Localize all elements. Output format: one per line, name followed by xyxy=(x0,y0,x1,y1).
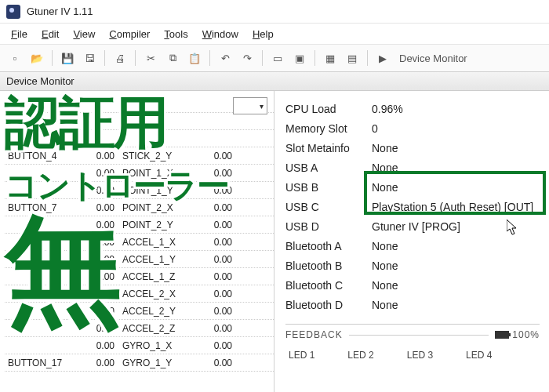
menu-help[interactable]: Help xyxy=(246,26,280,42)
input-grid-row: BUTTON_170.00GYRO_1_Y0.00 xyxy=(5,354,274,372)
titlebar: Gtuner IV 1.11 xyxy=(0,0,549,24)
row-cpu-load: CPU Load0.96% xyxy=(285,99,540,118)
panel-title: Device Monitor xyxy=(0,72,549,91)
separator xyxy=(314,50,315,66)
input-grid-row: 0.00GYRO_1_X0.00 xyxy=(5,337,274,354)
row-bt-a: Bluetooth ANone xyxy=(285,236,540,256)
compile-icon[interactable]: ▭ xyxy=(267,48,288,68)
divider xyxy=(349,335,489,336)
input-grid-row: 0.00POINT_1_X0.00 xyxy=(5,165,274,182)
app-logo-icon xyxy=(6,5,20,19)
battery-indicator: 100% xyxy=(495,329,540,340)
menu-window[interactable]: Window xyxy=(196,26,245,42)
input-grid-row: BUTTON_40.00STICK_2_Y0.00 xyxy=(5,147,274,165)
battery-icon xyxy=(495,331,509,339)
install-icon[interactable]: ▣ xyxy=(289,48,310,68)
run-icon[interactable]: ▶ xyxy=(373,48,393,68)
menubar: File Edit View Compiler Tools Window Hel… xyxy=(0,24,549,44)
memory-icon[interactable]: ▤ xyxy=(342,48,362,68)
device-status: CPU Load0.96% Memory Slot0 Slot Metainfo… xyxy=(274,91,549,392)
redo-icon[interactable]: ↷ xyxy=(237,48,257,68)
row-usb-d: USB DGtuner IV [PROG] xyxy=(285,216,540,236)
input-grid-row: 0.00ACCEL_1_X0.00 xyxy=(5,234,274,251)
open-file-icon[interactable]: 📂 xyxy=(27,48,47,68)
row-memory-slot: Memory Slot0 xyxy=(285,118,540,138)
input-grid-row: 0.00POINT_1_Y0.00 xyxy=(5,182,274,199)
cut-icon[interactable]: ✂ xyxy=(140,48,161,68)
input-grid: BUTTON_40.00STICK_2_Y0.000.00POINT_1_X0.… xyxy=(0,91,274,392)
toolbar: ▫ 📂 💾 🖫 🖨 ✂ ⧉ 📋 ↶ ↷ ▭ ▣ ▦ ▤ ▶ Device Mon… xyxy=(0,44,549,72)
input-grid-row: 0.00ACCEL_2_Y0.00 xyxy=(5,303,274,320)
slot-dropdown[interactable] xyxy=(233,97,267,114)
led-3: LED 3 xyxy=(407,350,433,361)
row-usb-a: USB ANone xyxy=(285,158,540,177)
paste-icon[interactable]: 📋 xyxy=(184,48,205,68)
separator xyxy=(367,50,368,66)
save-all-icon[interactable]: 🖫 xyxy=(79,48,100,68)
separator xyxy=(52,50,53,66)
input-grid-row: BUTTON_70.00POINT_2_X0.00 xyxy=(5,199,274,216)
input-grid-row: 0.00ACCEL_1_Y0.00 xyxy=(5,251,274,268)
menu-view[interactable]: View xyxy=(67,26,101,42)
input-grid-row xyxy=(5,130,274,147)
row-slot-meta: Slot MetainfoNone xyxy=(285,138,540,158)
toolbar-right-label[interactable]: Device Monitor xyxy=(394,53,472,64)
new-file-icon[interactable]: ▫ xyxy=(5,48,25,68)
separator xyxy=(262,50,263,66)
input-grid-row xyxy=(5,113,274,130)
led-row: LED 1 LED 2 LED 3 LED 4 xyxy=(285,345,540,361)
input-grid-row: 0.00ACCEL_1_Z0.00 xyxy=(5,268,274,285)
copy-icon[interactable]: ⧉ xyxy=(162,48,183,68)
row-bt-d: Bluetooth DNone xyxy=(285,295,540,314)
input-grid-row: 0.00ACCEL_2_X0.00 xyxy=(5,285,274,303)
feedback-label: FEEDBACK xyxy=(285,329,343,340)
separator xyxy=(209,50,210,66)
save-icon[interactable]: 💾 xyxy=(57,48,78,68)
row-bt-b: Bluetooth BNone xyxy=(285,256,540,275)
print-icon[interactable]: 🖨 xyxy=(110,48,130,68)
led-4: LED 4 xyxy=(466,350,492,361)
row-usb-b: USB BNone xyxy=(285,177,540,197)
test-debug-icon[interactable]: ▦ xyxy=(320,48,340,68)
feedback-section: FEEDBACK 100% LED 1 LED 2 LED 3 LED 4 xyxy=(285,324,540,361)
menu-tools[interactable]: Tools xyxy=(158,26,194,42)
menu-compiler[interactable]: Compiler xyxy=(103,26,156,42)
menu-file[interactable]: File xyxy=(5,26,34,42)
undo-icon[interactable]: ↶ xyxy=(215,48,235,68)
input-grid-row: 0.00ACCEL_2_Z0.00 xyxy=(5,320,274,337)
separator xyxy=(135,50,136,66)
menu-edit[interactable]: Edit xyxy=(35,26,65,42)
separator xyxy=(104,50,105,66)
input-grid-row: 0.00POINT_2_Y0.00 xyxy=(5,216,274,234)
led-2: LED 2 xyxy=(347,350,373,361)
led-1: LED 1 xyxy=(289,350,314,361)
row-bt-c: Bluetooth CNone xyxy=(285,275,540,295)
window-title: Gtuner IV 1.11 xyxy=(27,5,93,17)
row-usb-c: USB CPlayStation 5 (Auth Reset) [OUT] xyxy=(285,197,540,216)
